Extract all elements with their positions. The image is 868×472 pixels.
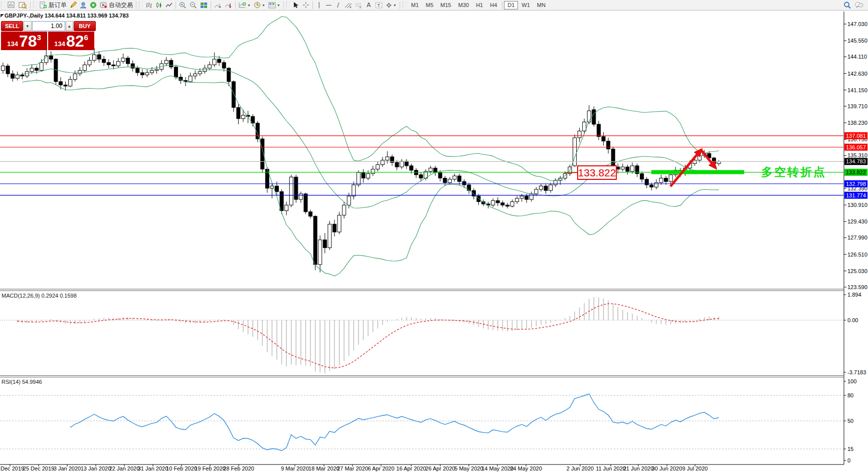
sell-button[interactable]: SELL (1, 21, 23, 31)
timeframe-button-h1[interactable]: H1 (472, 1, 486, 10)
arrows-icon (386, 2, 392, 9)
vline-tool-button[interactable]: | (314, 1, 324, 10)
svg-text:0.00: 0.00 (847, 317, 858, 323)
timeframe-button-mn[interactable]: MN (534, 1, 549, 10)
label-tool-button[interactable]: T (374, 1, 384, 10)
line-chart-button[interactable] (164, 1, 174, 10)
hline-tool-button[interactable]: — (324, 1, 333, 10)
zoom-out-button[interactable] (188, 1, 199, 10)
timeframe-button-w1[interactable]: W1 (518, 1, 534, 10)
svg-text:-3.7183: -3.7183 (847, 369, 866, 375)
fibonacci-icon: F (355, 2, 363, 9)
indicators-button[interactable]: ▼ (237, 1, 252, 10)
svg-text:130.910: 130.910 (847, 202, 867, 208)
pencil-icon (70, 2, 77, 9)
candlestick-button[interactable] (154, 1, 164, 10)
chart-title: GBPJPY-,Daily 134.644 134.811 133.969 13… (5, 13, 129, 19)
tile-windows-button[interactable] (199, 1, 209, 10)
zoom-in-button[interactable] (178, 1, 188, 10)
chart-shift-button[interactable] (223, 1, 234, 10)
svg-text:138.230: 138.230 (847, 120, 867, 126)
buy-button[interactable]: BUY (74, 21, 96, 31)
toolbar-separator (136, 2, 136, 9)
toolbar-grip[interactable] (139, 2, 142, 9)
svg-text:132.798: 132.798 (846, 181, 866, 187)
toolbar-grip[interactable] (286, 2, 290, 9)
toolbar-grip[interactable] (1, 2, 5, 9)
volume-input[interactable] (32, 21, 65, 31)
auto-trading-label: 自动交易 (109, 1, 133, 10)
svg-text:144.110: 144.110 (847, 54, 867, 60)
price-chart[interactable]: 133.822多空转折点147.030145.550144.110142.630… (0, 10, 868, 472)
svg-text:9 Jul 2020: 9 Jul 2020 (682, 465, 708, 471)
bar-chart-button[interactable] (144, 1, 154, 10)
volume-down-button[interactable]: ▼ (24, 21, 31, 31)
crosshair-tool-button[interactable] (301, 1, 311, 10)
timeframe-button-m1[interactable]: M1 (408, 1, 422, 10)
search-icon (843, 2, 851, 9)
channel-tool-button[interactable]: E (343, 1, 354, 10)
auto-scroll-icon (214, 2, 222, 9)
timeframe-button-m30[interactable]: M30 (455, 1, 472, 10)
svg-text:9 Mar 2020: 9 Mar 2020 (281, 465, 309, 471)
search-button[interactable] (842, 1, 853, 10)
svg-text:125.030: 125.030 (847, 268, 867, 274)
chevron-down-icon: ▼ (393, 4, 397, 7)
svg-text:139.710: 139.710 (847, 103, 867, 109)
channel-icon: E (344, 2, 352, 9)
chat-button[interactable] (853, 1, 865, 10)
svg-text:22 Jan 2020: 22 Jan 2020 (109, 465, 140, 471)
svg-text:147.030: 147.030 (847, 21, 867, 27)
auto-scroll-button[interactable] (213, 1, 223, 10)
sell-price-button[interactable]: 134783 (1, 32, 47, 50)
chart-shift-icon (225, 2, 232, 9)
svg-text:T: T (377, 3, 380, 8)
svg-text:13 Jan 2020: 13 Jan 2020 (81, 465, 111, 471)
svg-text:25 Dec 2019: 25 Dec 2019 (23, 465, 54, 471)
svg-text:134.783: 134.783 (846, 158, 866, 164)
auto-trading-button[interactable]: 自动交易 (98, 1, 134, 10)
volume-up-button[interactable]: ▲ (66, 21, 73, 31)
svg-text:100: 100 (847, 378, 856, 384)
svg-text:129.430: 129.430 (847, 218, 867, 224)
svg-text:11 Jun 2020: 11 Jun 2020 (596, 465, 626, 471)
timeframe-button-d1[interactable]: D1 (504, 1, 518, 10)
cursor-tool-button[interactable] (291, 1, 301, 10)
toolbar-separator (312, 2, 313, 9)
toolbar-grip[interactable] (33, 2, 37, 9)
buy-price-button[interactable]: 134826 (48, 32, 94, 50)
templates-button[interactable]: ▼ (267, 1, 282, 10)
label-icon: T (375, 2, 383, 9)
timeframe-button-m15[interactable]: M15 (437, 1, 454, 10)
svg-text:F: F (360, 6, 362, 9)
toolbar-grip[interactable] (403, 2, 406, 9)
svg-text:50: 50 (847, 418, 853, 424)
svg-text:133.822: 133.822 (578, 167, 616, 178)
trendline-tool-button[interactable]: ∕ (333, 1, 343, 10)
templates-icon (268, 2, 276, 9)
fibonacci-tool-button[interactable]: F (354, 1, 364, 10)
text-tool-button[interactable]: A (364, 1, 374, 10)
timeframe-button-h4[interactable]: H4 (486, 1, 500, 10)
metaeditor-button[interactable] (68, 1, 78, 10)
svg-text:18 Mar 2020: 18 Mar 2020 (308, 465, 339, 471)
svg-text:5 May 2020: 5 May 2020 (454, 465, 483, 471)
new-order-button[interactable]: 新订单 (38, 1, 68, 10)
alerts-button[interactable] (88, 1, 98, 10)
zoom-out-icon (190, 2, 197, 9)
zoom-in-icon (179, 2, 187, 9)
profiles-button[interactable] (17, 1, 29, 10)
svg-text:26 Apr 2020: 26 Apr 2020 (425, 465, 455, 471)
time-axis: 5 Dec 201925 Dec 20193 Jan 202013 Jan 20… (0, 464, 708, 471)
toolbar-separator (283, 2, 284, 9)
new-chart-button[interactable] (6, 1, 17, 10)
text-icon: A (367, 2, 371, 8)
periods-button[interactable]: ▼ (252, 1, 267, 10)
indicators-icon (239, 2, 246, 9)
timeframe-button-m5[interactable]: M5 (422, 1, 437, 10)
symbol-marker-icon (1, 14, 4, 18)
buy-price-pips: 82 (66, 33, 84, 50)
svg-text:E: E (350, 6, 352, 9)
arrows-tool-button[interactable]: ▼ (384, 1, 398, 10)
strategy-tester-button[interactable] (78, 1, 88, 10)
